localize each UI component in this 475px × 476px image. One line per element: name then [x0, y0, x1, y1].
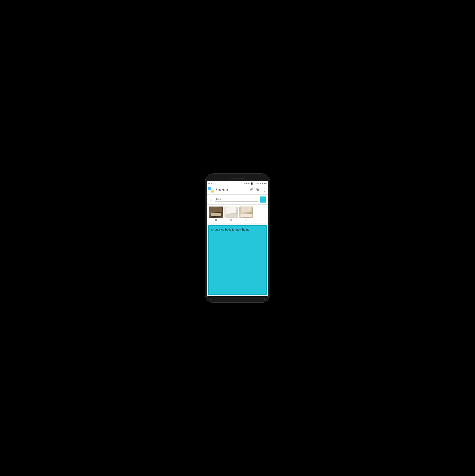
remove-image-1-button[interactable]: ✕ — [215, 219, 217, 222]
battery-level: 39% — [255, 183, 259, 184]
note-text: Shortlisted beds for new home — [211, 228, 249, 231]
app-screen: ✉ 🖼 VoLTE LTE ▌▌▌ 39% 10:57 AM Edit Note — [207, 181, 268, 300]
tag-button[interactable] — [256, 187, 260, 192]
volte-indicator: VoLTE — [244, 183, 248, 184]
bottom-nav-area — [207, 296, 268, 300]
title-input[interactable] — [215, 197, 258, 202]
volume-down-button — [204, 203, 205, 211]
favorite-star-icon[interactable]: ☆ — [209, 197, 213, 202]
lte-indicator: LTE — [248, 183, 251, 184]
notification-mail-icon: ✉ — [208, 183, 210, 184]
images-row: ✕ ✕ ✕ — [207, 205, 268, 224]
title-row: ☆ — [207, 195, 268, 205]
image-item-2: ✕ — [224, 206, 238, 222]
color-swatch[interactable] — [260, 197, 266, 203]
speaker-grille — [235, 178, 244, 179]
attach-button[interactable] — [249, 187, 254, 192]
signal-strength-icon: ▌▌▌ — [251, 183, 255, 184]
image-item-1: ✕ — [209, 206, 223, 222]
remove-image-3-button[interactable]: ✕ — [245, 219, 248, 222]
remove-image-2-button[interactable]: ✕ — [230, 219, 232, 222]
alarm-button[interactable] — [243, 187, 247, 192]
camera-lens — [231, 178, 233, 179]
volume-up-button — [204, 195, 205, 200]
app-bar-actions: ⋮ — [243, 187, 267, 192]
status-bar: ✉ 🖼 VoLTE LTE ▌▌▌ 39% 10:57 AM — [207, 181, 268, 186]
note-area[interactable]: Shortlisted beds for new home — [208, 225, 267, 295]
bed-image-3[interactable] — [239, 206, 253, 218]
phone-top-bezel — [207, 176, 268, 181]
content-area: ☆ ✕ ✕ ✕ — [207, 195, 268, 296]
bed-image-2[interactable] — [224, 206, 238, 218]
page-title: Edit Note — [216, 188, 242, 192]
power-button — [270, 200, 271, 210]
app-bar: Edit Note — [207, 186, 268, 195]
image-item-3: ✕ — [239, 206, 253, 222]
status-bar-right: VoLTE LTE ▌▌▌ 39% 10:57 AM — [244, 183, 267, 184]
app-logo — [208, 187, 214, 192]
logo-blue-square — [208, 187, 211, 190]
logo-yellow-square — [211, 190, 214, 192]
status-bar-left: ✉ 🖼 — [208, 183, 212, 184]
more-options-button[interactable]: ⋮ — [262, 187, 267, 192]
notification-image-icon: 🖼 — [210, 183, 212, 184]
time-display: 10:57 AM — [259, 183, 267, 184]
phone-device: ✉ 🖼 VoLTE LTE ▌▌▌ 39% 10:57 AM Edit Note — [205, 174, 270, 302]
phone-screen: ✉ 🖼 VoLTE LTE ▌▌▌ 39% 10:57 AM Edit Note — [207, 176, 268, 300]
bed-image-1[interactable] — [209, 206, 223, 218]
